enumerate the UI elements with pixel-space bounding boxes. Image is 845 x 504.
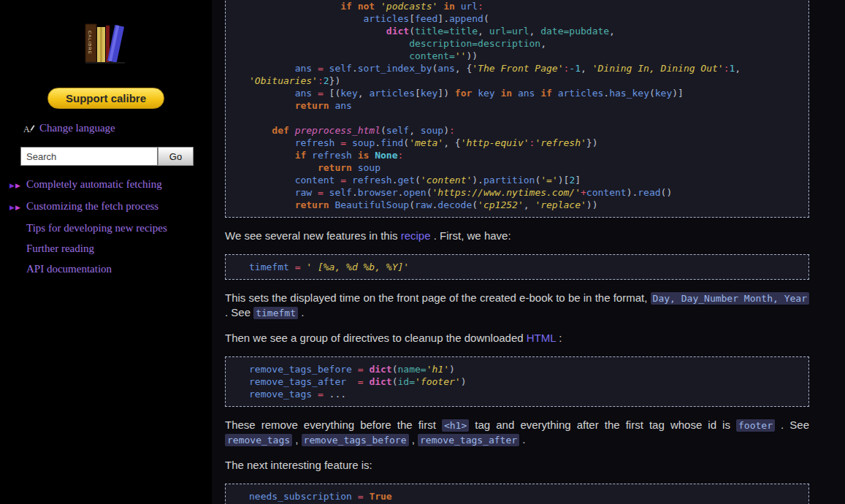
sidebar-link-completely-automatic-fetching[interactable]: Completely automatic fetching	[26, 177, 162, 191]
sidebar-nav: ▶▶Completely automatic fetching▶▶Customi…	[9, 177, 212, 276]
inline-code: remove_tags_before	[302, 434, 409, 446]
main-content: if not 'podcasts' in url: articles[feed]…	[212, 0, 845, 504]
support-calibre-label: Support calibre	[66, 92, 146, 104]
sidebar-nav-item: Further reading	[9, 241, 212, 256]
paragraph-next-feature: The next interesting feature is:	[225, 458, 809, 473]
inline-code: remove_tags	[225, 434, 292, 446]
search-go-button[interactable]: Go	[158, 147, 194, 166]
code-line: remove_tags_before = dict(name='h1')	[249, 363, 798, 375]
code-block-recipe-source: if not 'podcasts' in url: articles[feed]…	[225, 0, 809, 218]
text-run: tag and everything after the first tag w…	[469, 419, 736, 431]
paragraph-timefmt: This sets the displayed time on the fron…	[225, 291, 809, 320]
text-run: :	[556, 332, 562, 344]
calibre-logo[interactable]: CALIBRE	[78, 22, 134, 69]
nav-arrows-icon: ▶▶	[9, 178, 26, 193]
text-run: ,	[409, 433, 418, 446]
calibre-books-icon: CALIBRE	[78, 22, 134, 66]
sidebar-link-tips-for-developing-new-recipes[interactable]: Tips for developing new recipes	[26, 221, 167, 235]
inline-code: timefmt	[253, 307, 298, 319]
paragraph-intro-features: We see several new features in this reci…	[225, 229, 809, 243]
inline-code: remove_tags_after	[418, 434, 519, 446]
code-line: if not 'podcasts' in url:	[249, 0, 798, 12]
text-run: These remove everything before the first	[225, 419, 442, 431]
code-line: if refresh is None:	[249, 149, 798, 161]
code-line: ans = [(key, articles[key]) for key in a…	[249, 87, 798, 99]
text-run: We see several new features in this	[225, 229, 401, 242]
language-icon: A	[23, 123, 35, 134]
support-calibre-button[interactable]: Support calibre	[47, 88, 164, 109]
inline-code: Day, Day_Number Month, Year	[651, 292, 809, 305]
code-line: raw = self.browser.open('https://www.nyt…	[249, 186, 798, 199]
code-line: description=description,	[249, 37, 798, 50]
code-line: refresh = soup.find('meta', {'http-equiv…	[249, 137, 798, 149]
page: CALIBRE Support calibre A	[0, 0, 845, 504]
code-line: needs_subscription = True	[249, 490, 798, 503]
code-line: content = refresh.get('content').partiti…	[249, 174, 798, 186]
code-line: return soup	[249, 161, 798, 174]
html-link[interactable]: HTML	[527, 332, 556, 344]
code-line: articles[feed].append(	[249, 12, 798, 25]
code-block-timefmt: timefmt = ' [%a, %d %b, %Y]'	[225, 254, 809, 280]
change-language-link[interactable]: A Change language	[23, 122, 212, 134]
text-run: Then we see a group of directives to cle…	[225, 332, 527, 344]
code-line: timefmt = ' [%a, %d %b, %Y]'	[249, 261, 798, 273]
text-run: .	[298, 306, 304, 318]
code-line: 'Obituaries':2})	[249, 75, 798, 87]
recipe-link[interactable]: recipe	[401, 229, 431, 242]
sidebar-nav-item: ▶▶Customizing the fetch process	[9, 199, 212, 215]
search-bar: Go	[20, 147, 212, 166]
code-line: return ans	[249, 99, 798, 112]
text-run: . See	[225, 306, 253, 318]
sidebar-nav-item: ▶▶Completely automatic fetching	[9, 177, 212, 193]
paragraph-cleanup-html: Then we see a group of directives to cle…	[225, 331, 809, 345]
code-line: ans = self.sort_index_by(ans, {'The Fron…	[249, 62, 798, 75]
code-block-needs-subscription: needs_subscription = True	[225, 484, 809, 504]
code-line: remove_tags_after = dict(id='footer')	[249, 375, 798, 388]
sidebar: CALIBRE Support calibre A	[0, 0, 212, 504]
inline-code: footer	[736, 419, 775, 432]
sidebar-nav-item: API documentation	[9, 261, 212, 276]
code-block-remove-tags: remove_tags_before = dict(name='h1')remo…	[225, 356, 809, 407]
search-input[interactable]	[20, 147, 158, 166]
paragraph-remove-tags: These remove everything before the first…	[225, 418, 809, 447]
nav-arrows-icon: ▶▶	[9, 200, 26, 215]
text-run: The next interesting feature is:	[225, 459, 372, 471]
svg-text:CALIBRE: CALIBRE	[88, 31, 92, 55]
code-line: remove_tags = ...	[249, 388, 798, 400]
sidebar-link-further-reading[interactable]: Further reading	[26, 241, 94, 256]
text-run: . First, we have:	[431, 229, 511, 242]
text-run: ,	[292, 433, 302, 446]
text-run: . See	[775, 419, 809, 431]
change-language-label: Change language	[39, 122, 115, 134]
sidebar-nav-item: Tips for developing new recipes	[9, 221, 212, 235]
inline-code: <h1>	[442, 419, 469, 432]
sidebar-link-api-documentation[interactable]: API documentation	[26, 261, 112, 276]
text-run: .	[519, 433, 525, 446]
code-line	[249, 112, 798, 124]
svg-text:A: A	[23, 124, 30, 134]
text-run: This sets the displayed time on the fron…	[225, 291, 651, 304]
code-line: def preprocess_html(self, soup):	[249, 124, 798, 137]
code-line: return BeautifulSoup(raw.decode('cp1252'…	[249, 199, 798, 211]
sidebar-link-customizing-the-fetch-process[interactable]: Customizing the fetch process	[26, 199, 158, 213]
code-line: dict(title=title, url=url, date=pubdate,	[249, 25, 798, 37]
code-line: content=''))	[249, 50, 798, 62]
